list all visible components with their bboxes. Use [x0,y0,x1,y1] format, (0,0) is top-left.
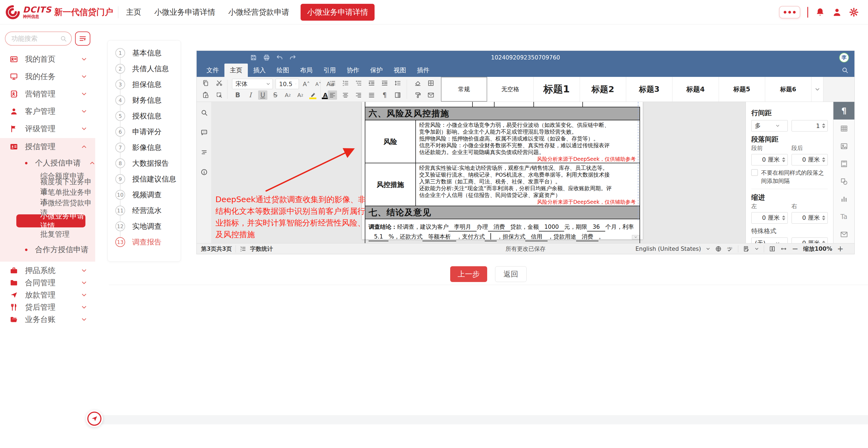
text-art-panel-tab[interactable]: Ta [833,208,855,226]
sidebar-item-personal-credit-apply[interactable]: 个人授信申请 [0,156,95,171]
increase-indent-button[interactable] [380,78,389,88]
document-page[interactable]: 六、风险及风控措施 风险 经营风险：小微企业市场竞争力弱，易受行业波动（如政策变… [362,102,643,239]
fit-width-icon[interactable] [780,246,787,252]
decrease-font-button[interactable]: A˅ [314,79,323,89]
sidebar-item[interactable]: 放款管理 [0,289,95,301]
sidebar-item[interactable]: 我的首页 [0,50,95,68]
sidebar-item[interactable]: 押品系统 [0,264,95,277]
format-painter-button[interactable] [413,91,423,100]
align-right-button[interactable] [354,91,363,100]
assistant-float-button[interactable] [86,410,103,427]
step-item[interactable]: 11 经营流水 [115,206,181,215]
numbered-list-button[interactable] [341,78,350,88]
editor-menu-item[interactable]: 插件 [411,64,435,77]
line-spacing-button[interactable] [393,78,402,88]
language-selector[interactable]: English (United States) [636,246,701,252]
paragraph-panel-tab[interactable]: ¶ [833,102,855,119]
superscript-button[interactable]: A2 [283,91,292,100]
highlight-color-button[interactable] [308,91,317,100]
shading-button[interactable] [393,91,402,100]
style-gallery-item[interactable]: 无空格 [487,77,533,102]
conclusion-paragraph[interactable]: 调查结论：经调查，建议为客户李明月办理消费贷款，金额1000元，期限36个月，利… [365,219,640,243]
table-panel-tab[interactable] [833,119,855,137]
editor-menu-item[interactable]: 协作 [341,64,365,77]
language-globe-icon[interactable] [715,246,722,252]
step-item[interactable]: 12 实地调查 [115,221,181,231]
sidebar-subitem[interactable]: 小微业务申请详情 [16,214,85,228]
editor-menu-item[interactable]: 文件 [201,64,224,77]
line-spacing-stepper[interactable]: 1 [792,120,828,132]
navigation-icon[interactable] [200,149,208,156]
step-item[interactable]: 6 申请评分 [115,127,181,137]
style-gallery-item[interactable]: 标题1 [534,77,580,102]
sidebar-item[interactable]: 贷后管理 [0,301,95,313]
step-item[interactable]: 13 调查报告 [115,237,181,247]
space-after-stepper[interactable]: 0 厘米 [792,154,828,166]
shapes-panel-tab[interactable] [833,173,855,190]
search-input[interactable] [11,35,60,43]
step-item[interactable]: 10 视频调查 [115,190,181,200]
scroll-down-nub[interactable] [632,235,640,239]
editor-menu-item[interactable]: 主页 [224,64,248,77]
top-tab[interactable]: 小微经营贷款申请 [226,4,291,20]
image-panel-tab[interactable] [833,137,855,155]
indent-left-stepper[interactable]: 0 厘米 [751,212,788,223]
strikethrough-button[interactable]: S [271,91,280,100]
mail-merge-button[interactable] [426,91,435,100]
previous-step-button[interactable]: 上一步 [450,266,487,282]
align-left-button[interactable] [328,91,337,100]
indent-right-stepper[interactable]: 0 厘米 [792,212,828,223]
style-gallery-more-button[interactable] [811,77,824,102]
special-format-stepper[interactable]: 0 厘米 [792,237,828,243]
step-item[interactable]: 7 影像信息 [115,143,181,152]
zoom-out-button[interactable]: − [792,245,798,253]
editor-menu-item[interactable]: 插入 [248,64,271,77]
avatar[interactable]: 李 [839,53,849,63]
top-tab[interactable]: 主页 [124,4,143,20]
borders-button[interactable] [426,78,435,88]
paragraph-marks-button[interactable]: ¶ [380,91,389,100]
back-button[interactable]: 返回 [495,266,527,282]
line-spacing-select[interactable]: 多 [751,120,788,132]
editor-menu-item[interactable]: 布局 [294,64,318,77]
no-space-between-checkbox[interactable] [751,169,758,176]
document-canvas[interactable]: 六、风险及风控措施 风险 经营风险：小微企业市场竞争力弱，易受行业波动（如政策变… [212,102,746,243]
function-search-box[interactable] [5,32,72,46]
align-center-button[interactable] [341,91,350,100]
settings-gear-icon[interactable] [849,7,859,17]
font-family-select[interactable]: 宋体 [232,79,273,89]
style-gallery-item[interactable]: 标题4 [673,77,719,102]
sidebar-item[interactable]: 我的任务 [0,68,95,85]
subscript-button[interactable]: A2 [296,91,305,100]
step-item[interactable]: 8 大数据报告 [115,159,181,168]
style-gallery-item[interactable]: 标题3 [626,77,673,102]
spellcheck-icon[interactable]: ABC [726,246,733,252]
sidebar-item[interactable]: 业务台账 [0,313,95,325]
sidebar-item-partner-credit-apply[interactable]: 合作方授信申请 [0,242,95,257]
step-item[interactable]: 1 基本信息 [115,48,181,58]
increase-font-button[interactable]: A˄ [302,79,311,89]
editor-search-icon[interactable] [841,67,848,74]
clear-format-button[interactable] [413,78,423,88]
copy-button[interactable] [201,78,210,88]
decrease-indent-button[interactable] [367,78,376,88]
select-button[interactable] [215,91,224,100]
sidebar-item[interactable]: 营销管理 [0,85,95,103]
style-gallery-item[interactable]: 常规 [441,77,487,102]
editor-menu-item[interactable]: 视图 [388,64,411,77]
sidebar-item[interactable]: 合同管理 [0,277,95,289]
chart-panel-tab[interactable] [833,190,855,208]
editor-menu-item[interactable]: 保护 [365,64,388,77]
sidebar-item[interactable]: 评级管理 [0,120,95,137]
style-gallery-item[interactable]: 标题2 [580,77,626,102]
step-item[interactable]: 3 担保信息 [115,79,181,90]
italic-button[interactable]: I [246,91,255,100]
style-gallery-item[interactable]: 标题5 [719,77,765,102]
editor-menu-item[interactable]: 引用 [318,64,341,77]
step-item[interactable]: 5 授权信息 [115,111,181,121]
justify-button[interactable] [367,91,376,100]
space-before-stepper[interactable]: 0 厘米 [751,154,788,166]
fit-page-icon[interactable] [769,246,776,252]
sidebar-item[interactable]: 客户管理 [0,103,95,120]
notifications-bell-icon[interactable] [815,7,825,17]
